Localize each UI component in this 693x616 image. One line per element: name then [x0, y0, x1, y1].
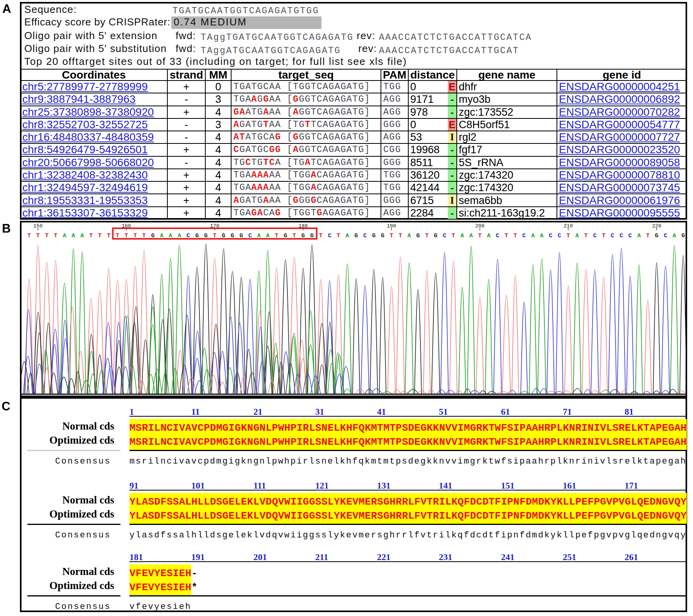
- svg-text:A: A: [469, 233, 473, 239]
- svg-text:200: 200: [475, 223, 484, 229]
- svg-text:A: A: [637, 233, 641, 239]
- svg-text:C: C: [443, 233, 446, 239]
- svg-text:C: C: [664, 233, 667, 239]
- svg-text:G: G: [434, 233, 438, 239]
- svg-text:C: C: [619, 233, 623, 239]
- svg-text:T: T: [602, 233, 605, 239]
- svg-text:A: A: [81, 233, 84, 239]
- svg-text:T: T: [107, 233, 110, 239]
- svg-text:T: T: [478, 233, 482, 239]
- svg-text:T: T: [319, 233, 323, 239]
- svg-text:T: T: [27, 233, 31, 239]
- svg-text:C: C: [496, 233, 499, 239]
- svg-text:T: T: [646, 233, 650, 239]
- svg-text:A: A: [408, 233, 411, 239]
- svg-text:G: G: [354, 233, 358, 239]
- svg-text:T: T: [504, 233, 508, 239]
- svg-text:G: G: [681, 233, 685, 239]
- svg-text:C: C: [628, 233, 632, 239]
- svg-text:T: T: [36, 233, 40, 239]
- svg-text:190: 190: [387, 223, 396, 229]
- svg-text:G: G: [372, 233, 375, 239]
- svg-text:C: C: [549, 233, 552, 239]
- svg-text:C: C: [363, 233, 367, 239]
- svg-text:210: 210: [564, 223, 573, 229]
- svg-text:C: C: [593, 233, 596, 239]
- svg-text:C: C: [611, 233, 614, 239]
- svg-text:C: C: [522, 233, 526, 239]
- svg-text:T: T: [425, 233, 429, 239]
- svg-text:220: 220: [652, 223, 661, 229]
- svg-text:A: A: [72, 233, 75, 239]
- svg-text:G: G: [655, 233, 659, 239]
- svg-text:C: C: [328, 233, 331, 239]
- svg-text:T: T: [399, 233, 402, 239]
- svg-text:T: T: [513, 233, 517, 239]
- svg-text:G: G: [416, 233, 420, 239]
- svg-text:A: A: [346, 233, 349, 239]
- svg-text:A: A: [540, 233, 544, 239]
- svg-text:A: A: [460, 233, 464, 239]
- svg-text:T: T: [584, 233, 588, 239]
- svg-text:T: T: [54, 233, 57, 239]
- svg-text:A: A: [575, 233, 579, 239]
- svg-text:T: T: [390, 233, 393, 239]
- svg-text:T: T: [452, 233, 455, 239]
- svg-text:A: A: [63, 233, 66, 239]
- svg-text:A: A: [487, 233, 490, 239]
- svg-text:G: G: [381, 233, 384, 239]
- svg-text:C: C: [558, 233, 561, 239]
- svg-text:T: T: [337, 233, 340, 239]
- svg-text:T: T: [45, 233, 48, 239]
- svg-text:A: A: [673, 233, 676, 239]
- svg-text:T: T: [89, 233, 93, 239]
- svg-text:T: T: [567, 233, 570, 239]
- svg-text:150: 150: [33, 223, 42, 229]
- svg-text:T: T: [98, 233, 102, 239]
- svg-text:A: A: [531, 233, 535, 239]
